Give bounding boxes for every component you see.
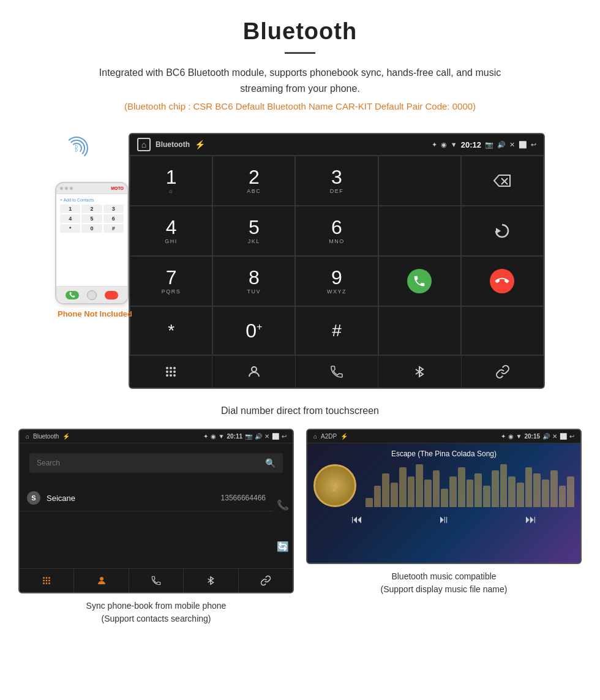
nav-contacts[interactable]	[212, 356, 295, 388]
status-bar: Bluetooth ⚡ ✦ ◉ ▼ 20:12 📷 🔊 ✕ ⬜ ↩	[130, 134, 544, 156]
phone-call-button	[66, 291, 79, 299]
vis-bar	[458, 467, 465, 507]
status-right: ✦ ◉ ▼ 20:12 📷 🔊 ✕ ⬜ ↩	[432, 140, 536, 149]
phonebook-side-icons: 📞 🔄	[273, 483, 293, 568]
home-icon[interactable]	[137, 138, 151, 151]
nav-dialpad[interactable]	[130, 356, 212, 388]
phone-dial-grid: 1 2 3 4 5 6 * 0 #	[60, 205, 124, 233]
phonebook-bottom-nav	[20, 568, 293, 592]
prev-track-button[interactable]: ⏮	[351, 513, 362, 526]
dial-empty-1	[378, 156, 461, 206]
dial-call-green[interactable]	[378, 256, 461, 306]
pb-usb-icon: ⚡	[62, 433, 70, 440]
link-icon	[495, 364, 510, 379]
ms-volume-icon: 🔊	[542, 433, 550, 440]
ms-home-icon: ⌂	[313, 433, 317, 440]
vis-bar	[492, 470, 499, 507]
vis-bar	[474, 473, 482, 507]
music-song-title: Escape (The Pina Colada Song)	[391, 450, 497, 458]
dial-key-0[interactable]: 0+	[212, 306, 295, 355]
vis-bar	[374, 486, 381, 507]
dial-call-red[interactable]	[461, 256, 544, 306]
phone-illustration: ᛒ MOTO + Add to Contacts 1 2 3	[55, 151, 135, 318]
phone-end-icon	[493, 272, 512, 291]
pb-nav-dialpad[interactable]	[20, 569, 74, 592]
main-screen-container: Bluetooth ⚡ ✦ ◉ ▼ 20:12 📷 🔊 ✕ ⬜ ↩	[129, 133, 545, 389]
ms-usb-icon: ⚡	[340, 433, 348, 440]
dial-key-2[interactable]: 2 ABC	[212, 156, 295, 206]
svg-point-22	[48, 582, 50, 584]
nav-link[interactable]	[462, 356, 544, 388]
page-title: Bluetooth	[12, 18, 588, 45]
pb-bt-icon: ✦	[203, 433, 208, 440]
dial-key-hash[interactable]: #	[295, 306, 378, 355]
music-screen: ⌂ A2DP ⚡ ✦ ◉ ▼ 20:15 🔊 ✕ ⬜ ↩ Escape (The…	[306, 429, 582, 564]
vis-bar	[424, 480, 432, 507]
pb-side-phone-icon[interactable]: 📞	[277, 499, 289, 511]
dial-key-3[interactable]: 3 DEF	[295, 156, 378, 206]
vis-bar	[500, 464, 508, 507]
ms-signal-icon: ▼	[516, 433, 522, 440]
svg-point-19	[48, 580, 50, 582]
dial-key-star[interactable]: *	[130, 306, 212, 355]
pb-window-icon: ⬜	[272, 433, 279, 440]
pb-app-label: Bluetooth	[33, 433, 59, 440]
svg-marker-3	[496, 228, 501, 234]
dial-key-5[interactable]: 5 JKL	[212, 206, 295, 256]
phone-key-7: *	[60, 224, 80, 233]
phone-key-4: 4	[60, 214, 80, 223]
dial-empty-4	[461, 306, 544, 355]
dial-key-1[interactable]: 1 ⌂	[130, 156, 212, 206]
bluetooth-icon	[412, 364, 427, 379]
svg-point-13	[252, 367, 257, 372]
vis-bar	[517, 483, 524, 507]
vis-bar	[433, 470, 440, 507]
svg-point-9	[173, 371, 176, 373]
ms-app-label: A2DP	[321, 433, 337, 440]
pb-location-icon: ◉	[211, 433, 216, 440]
usb-icon: ⚡	[195, 140, 205, 149]
pb-nav-link[interactable]	[239, 569, 293, 592]
pb-nav-call[interactable]	[129, 569, 184, 592]
window-icon: ⬜	[519, 141, 527, 149]
play-pause-button[interactable]: ⏯	[438, 513, 449, 526]
ms-back-icon: ↩	[569, 433, 574, 440]
phonebook-search-bar[interactable]: Search 🔍	[29, 453, 283, 473]
dial-key-8[interactable]: 8 TUV	[212, 256, 295, 306]
phonebook-caption: Sync phone-book from mobile phone (Suppo…	[86, 593, 227, 625]
pb-nav-contacts[interactable]	[74, 569, 129, 592]
nav-call[interactable]	[296, 356, 378, 388]
dialpad-icon	[163, 364, 178, 379]
svg-point-5	[170, 367, 172, 369]
phonebook-item[interactable]: S Seicane 13566664466	[20, 485, 273, 511]
phonebook-status-bar: ⌂ Bluetooth ⚡ ✦ ◉ ▼ 20:11 📷 🔊 ✕ ⬜ ↩	[20, 430, 293, 443]
contacts-icon	[247, 364, 261, 379]
vis-bar	[542, 480, 549, 507]
ms-window-icon: ⬜	[560, 433, 567, 440]
dial-key-6[interactable]: 6 MNO	[295, 206, 378, 256]
vis-bar	[416, 464, 423, 507]
svg-point-14	[43, 577, 45, 579]
nav-bluetooth[interactable]	[378, 356, 461, 388]
dial-key-4[interactable]: 4 GHI	[130, 206, 212, 256]
phone-body: MOTO + Add to Contacts 1 2 3 4 5 6 * 0 #	[55, 182, 129, 304]
header-description: Integrated with BC6 Bluetooth module, su…	[92, 65, 508, 96]
dial-key-9[interactable]: 9 WXYZ	[295, 256, 378, 306]
dial-refresh[interactable]	[461, 206, 544, 256]
pb-nav-bluetooth[interactable]	[184, 569, 238, 592]
call-green-icon	[407, 269, 432, 293]
back-icon: ↩	[531, 141, 536, 149]
android-screen: Bluetooth ⚡ ✦ ◉ ▼ 20:12 📷 🔊 ✕ ⬜ ↩	[129, 133, 545, 389]
dial-backspace[interactable]	[461, 156, 544, 206]
backspace-icon	[493, 174, 511, 187]
next-track-button[interactable]: ⏭	[525, 513, 536, 526]
close-icon: ✕	[509, 141, 515, 149]
signal-icon: ▼	[451, 141, 457, 148]
dial-key-7[interactable]: 7 PQRS	[130, 256, 212, 306]
pb-side-refresh-icon[interactable]: 🔄	[277, 541, 289, 552]
bottom-navigation	[130, 355, 544, 388]
vis-bar	[399, 467, 407, 507]
main-content: ᛒ MOTO + Add to Contacts 1 2 3	[0, 124, 600, 398]
vis-bar	[508, 476, 516, 507]
pb-signal-icon: ▼	[219, 433, 225, 440]
